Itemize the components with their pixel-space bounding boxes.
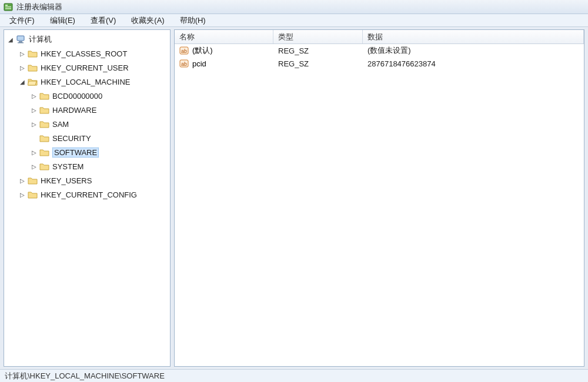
titlebar: 注册表编辑器 [0, 0, 588, 14]
tree-node-system[interactable]: ▷ SYSTEM [5, 159, 169, 173]
statusbar: 计算机\HKEY_LOCAL_MACHINE\SOFTWARE [0, 369, 588, 382]
folder-icon [39, 119, 50, 129]
expander-spacer [30, 134, 38, 142]
list-header: 名称 类型 数据 [175, 30, 584, 44]
string-value-icon: ab [179, 46, 189, 55]
tree-node-label: HKEY_USERS [41, 176, 92, 185]
svg-rect-4 [17, 36, 24, 41]
tree-node-label: 计算机 [29, 34, 52, 45]
svg-rect-6 [18, 42, 24, 43]
tree-node-label: SOFTWARE [52, 148, 99, 158]
folder-icon [28, 63, 38, 72]
svg-text:ab: ab [181, 61, 187, 67]
folder-icon [39, 105, 50, 115]
tree-node-label: HKEY_CURRENT_CONFIG [41, 190, 137, 199]
svg-rect-5 [19, 41, 22, 42]
tree-node-sam[interactable]: ▷ SAM [5, 117, 169, 131]
tree-node-security[interactable]: SECURITY [5, 131, 169, 145]
menu-edit[interactable]: 编辑(E) [43, 14, 82, 27]
menu-file[interactable]: 文件(F) [2, 14, 42, 27]
folder-icon [28, 176, 38, 185]
value-data: (数值未设置) [363, 44, 584, 57]
value-type: REG_SZ [273, 58, 363, 69]
expander-icon[interactable]: ▷ [30, 162, 38, 170]
svg-rect-2 [5, 6, 11, 8]
list-body: ab (默认) REG_SZ (数值未设置) ab pcid REG_SZ [175, 44, 584, 366]
tree-node-label: SECURITY [52, 134, 91, 143]
svg-rect-3 [5, 8, 11, 9]
registry-editor-window: 注册表编辑器 文件(F) 编辑(E) 查看(V) 收藏夹(A) 帮助(H) ◢ … [0, 0, 588, 382]
expander-icon[interactable]: ▷ [18, 190, 26, 199]
menu-favorites[interactable]: 收藏夹(A) [124, 14, 171, 27]
registry-tree-pane[interactable]: ◢ 计算机 ▷ HKEY_CLASSES_ROOT ▷ [4, 29, 171, 367]
folder-icon [39, 162, 50, 171]
value-name: pcid [192, 59, 206, 68]
tree-node-label: BCD00000000 [52, 92, 102, 100]
content-area: ◢ 计算机 ▷ HKEY_CLASSES_ROOT ▷ [0, 27, 588, 369]
expander-icon[interactable]: ▷ [30, 106, 38, 114]
expander-icon[interactable]: ◢ [18, 78, 26, 86]
value-name: (默认) [192, 45, 213, 56]
expander-icon[interactable]: ▷ [30, 92, 38, 100]
tree-node-label: HKEY_LOCAL_MACHINE [41, 78, 130, 86]
menubar: 文件(F) 编辑(E) 查看(V) 收藏夹(A) 帮助(H) [0, 14, 588, 27]
window-title: 注册表编辑器 [16, 2, 62, 12]
expander-icon[interactable]: ▷ [30, 148, 38, 156]
string-value-icon: ab [179, 59, 189, 68]
tree-node-label: SYSTEM [52, 162, 83, 171]
folder-icon [28, 49, 38, 58]
tree-node-hkey-local-machine[interactable]: ◢ HKEY_LOCAL_MACHINE [5, 75, 169, 89]
tree-node-hkey-users[interactable]: ▷ HKEY_USERS [5, 173, 169, 187]
folder-icon [39, 133, 50, 143]
tree-node-hardware[interactable]: ▷ HARDWARE [5, 103, 169, 117]
tree-node-label: HKEY_CLASSES_ROOT [41, 49, 127, 58]
tree-node-computer[interactable]: ◢ 计算机 [5, 32, 169, 46]
column-header-data[interactable]: 数据 [363, 30, 584, 43]
value-type: REG_SZ [273, 45, 363, 56]
regedit-app-icon [4, 2, 13, 12]
values-list-pane[interactable]: 名称 类型 数据 ab (默认) REG_SZ (数值未设置) [174, 29, 584, 367]
tree-node-bcd[interactable]: ▷ BCD00000000 [5, 89, 169, 103]
folder-icon [28, 190, 38, 199]
expander-icon[interactable]: ▷ [18, 176, 26, 185]
tree-node-hkey-current-user[interactable]: ▷ HKEY_CURRENT_USER [5, 61, 169, 75]
svg-rect-1 [5, 5, 8, 6]
folder-icon [39, 148, 50, 157]
list-row[interactable]: ab (默认) REG_SZ (数值未设置) [175, 44, 584, 57]
menu-view[interactable]: 查看(V) [83, 14, 123, 27]
tree-node-hkey-classes-root[interactable]: ▷ HKEY_CLASSES_ROOT [5, 46, 169, 61]
list-row[interactable]: ab pcid REG_SZ 2876718476623874 [175, 57, 584, 70]
statusbar-path: 计算机\HKEY_LOCAL_MACHINE\SOFTWARE [5, 371, 165, 381]
tree-node-hkey-current-config[interactable]: ▷ HKEY_CURRENT_CONFIG [5, 187, 169, 202]
registry-tree: ◢ 计算机 ▷ HKEY_CLASSES_ROOT ▷ [4, 30, 170, 204]
tree-node-label: SAM [52, 120, 69, 129]
column-header-type[interactable]: 类型 [273, 30, 363, 43]
folder-icon [39, 91, 50, 100]
expander-icon[interactable]: ▷ [18, 49, 26, 58]
tree-node-label: HKEY_CURRENT_USER [41, 63, 129, 72]
expander-icon[interactable]: ▷ [18, 63, 26, 72]
column-header-name[interactable]: 名称 [175, 30, 273, 43]
computer-icon [16, 35, 26, 44]
tree-node-software[interactable]: ▷ SOFTWARE [5, 145, 169, 159]
svg-text:ab: ab [181, 48, 187, 54]
value-data: 2876718476623874 [363, 58, 584, 69]
tree-node-label: HARDWARE [52, 106, 96, 115]
expander-icon[interactable]: ▷ [30, 120, 38, 128]
expander-icon[interactable]: ◢ [6, 35, 15, 43]
menu-help[interactable]: 帮助(H) [173, 14, 213, 27]
folder-open-icon [28, 77, 38, 86]
